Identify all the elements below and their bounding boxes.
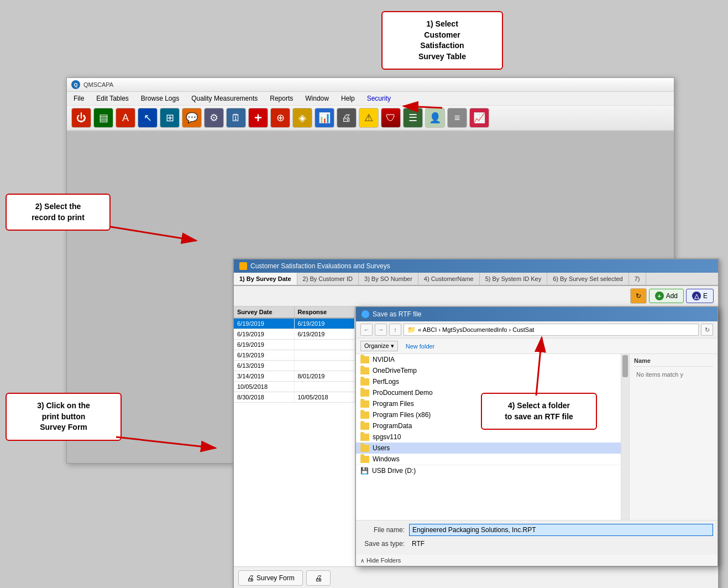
folder-icon [360,378,369,386]
callout-3: 3) Click on theprint buttonSurvey Form [6,393,122,441]
file-dialog-icon [362,310,369,318]
menu-help[interactable]: Help [339,93,357,103]
gold-button[interactable]: ◈ [292,108,312,128]
callout-2: 2) Select therecord to print [6,194,111,231]
file-list: NVIDIA OneDriveTemp PerfLogs [356,354,621,520]
add-label: Add [666,292,678,300]
folder-icon [360,445,369,452]
lifering-button[interactable]: ⊕ [270,108,290,128]
menu-window[interactable]: Window [303,93,331,103]
scrollbar[interactable] [621,354,629,520]
folder-name: Users [373,444,390,452]
refresh-btn[interactable]: ↻ [630,288,647,304]
survey-form-button[interactable]: 🖨 Survey Form [238,570,303,586]
edit-label: E [703,292,708,300]
table-row[interactable]: 3/14/2019 8/01/2019 [234,371,355,382]
user-list-button[interactable]: 👤 [425,108,445,128]
table-row[interactable]: 6/13/2019 [234,361,355,371]
cursor-button[interactable]: ↖ [138,108,158,128]
menu-edit-tables[interactable]: Edit Tables [94,93,130,103]
apps-button[interactable]: ⊞ [160,108,180,128]
tab-by-customer-name[interactable]: 4) CustomerName [418,273,480,285]
folder-icon [360,367,369,374]
drive-icon: 💾 [360,467,369,475]
nav-refresh-button[interactable]: ↻ [701,324,713,336]
printer-button[interactable]: 🖨 [337,108,357,128]
more-button[interactable]: ≡ [447,108,467,128]
up-button[interactable]: ↑ [389,324,401,336]
folder-spgsv110[interactable]: spgsv110 [356,431,621,443]
forward-button[interactable]: → [375,324,387,336]
table-row[interactable]: 6/19/2019 6/19/2019 [234,329,355,340]
table-row[interactable]: 8/30/2018 10/05/2018 [234,392,355,403]
tab-by-survey-date[interactable]: 1) By Survey Date [234,273,297,286]
file-name-row: File name: [360,524,713,536]
tab-7[interactable]: 7) [629,273,646,285]
chevron-up-icon: ∧ [360,558,364,564]
organize-label: Organize ▾ [364,342,394,350]
power-button[interactable]: ⏻ [71,108,91,128]
warning-button[interactable]: ⚠ [359,108,379,128]
extra-button[interactable]: 📈 [469,108,489,128]
folder-nvidia[interactable]: NVIDIA [356,354,621,365]
menu-security[interactable]: Security [365,93,393,103]
folder-icon [360,356,369,363]
folder-icon [360,456,369,463]
tab-by-system-id[interactable]: 5) By System ID Key [480,273,547,285]
gear-button[interactable]: ⚙ [204,108,224,128]
hide-folders-btn[interactable]: ∧ Hide Folders [356,555,717,566]
breadcrumb-text: « ABCI › MgtSysDocumentedInfo › CustSat [418,326,534,333]
drive-usb[interactable]: 💾 USB Drive (D:) [356,465,621,476]
folder-perflogs[interactable]: PerfLogs [356,376,621,387]
table-row[interactable]: 6/19/2019 [234,340,355,350]
acrobat-button[interactable]: A [116,108,135,128]
organize-button[interactable]: Organize ▾ [360,341,398,351]
cell-response: 6/19/2019 [295,329,355,339]
menu-browse-logs[interactable]: Browse Logs [139,93,181,103]
cell-date: 3/14/2019 [234,371,295,381]
cell-response [295,340,355,350]
cell-response [295,361,355,371]
tab-by-so-number[interactable]: 3) By SO Number [359,273,418,285]
folder-name: PerfLogs [373,378,399,386]
menu-reports[interactable]: Reports [268,93,295,103]
folder-name: OneDriveTemp [373,367,417,374]
tab-by-customer-id[interactable]: 2) By Customer ID [297,273,359,285]
add-record-button[interactable]: + Add [649,289,684,303]
shield-button[interactable]: 🛡 [381,108,401,128]
calendar-button[interactable]: 🗓 [226,108,246,128]
folder-name: NVIDIA [373,356,395,363]
add-button[interactable]: + [248,108,268,128]
file-name-input[interactable] [409,524,713,536]
table-row[interactable]: 6/19/2019 [234,350,355,361]
folder-users[interactable]: Users [356,443,621,454]
dialog-title-icon [239,262,247,270]
file-name-label: File name: [360,526,405,534]
new-folder-button[interactable]: New folder [402,342,438,351]
folder-windows[interactable]: Windows [356,454,621,465]
menu-file[interactable]: File [71,93,86,103]
back-button[interactable]: ← [360,324,373,336]
list-button[interactable]: ☰ [403,108,423,128]
print-button-2[interactable]: 🖨 [306,570,331,586]
folder-onedrivetemp[interactable]: OneDriveTemp [356,365,621,376]
menu-quality[interactable]: Quality Measurements [189,93,260,103]
callout-1: 1) SelectCustomerSatisfactionSurvey Tabl… [381,11,503,70]
add-icon: + [655,292,664,300]
table-row[interactable]: 10/05/2018 [234,382,355,392]
chat-button[interactable]: 💬 [182,108,202,128]
scroll-thumb[interactable] [622,355,628,377]
file-dialog-title: Save as RTF file [356,307,717,321]
breadcrumb-path[interactable]: 📁 « ABCI › MgtSysDocumentedInfo › CustSa… [404,324,699,336]
callout-4: 4) Select a folderto save an RTF file [481,393,597,430]
document-button[interactable]: ▤ [93,108,113,128]
chart-button[interactable]: 📊 [315,108,334,128]
folder-icon [360,423,369,430]
name-pane: Name No items match y [629,354,717,520]
col-survey-date: Survey Date [234,306,295,318]
printer-icon: 🖨 [247,574,254,582]
table-row[interactable]: 6/19/2019 6/19/2019 [234,319,355,329]
edit-record-button[interactable]: △ E [686,289,714,303]
cell-date: 6/19/2019 [234,329,295,339]
tab-by-survey-set[interactable]: 6) By Survey Set selected [547,273,629,285]
